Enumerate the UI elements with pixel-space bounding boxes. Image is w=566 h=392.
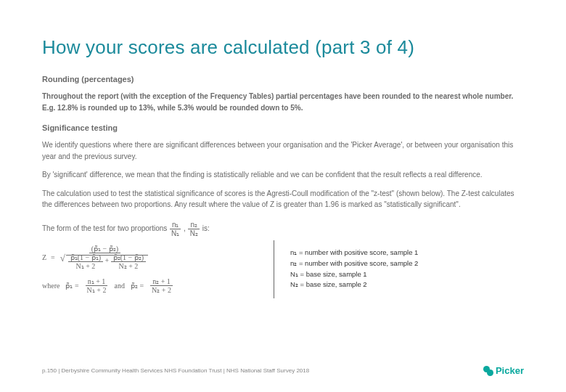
sqrt-expr: p̃₁(1 − p̃₁) N₁ + 2 + p̃₂(1 − p̃₂) N₂ + … [66, 255, 148, 264]
ratio-1-num: n₁ [170, 221, 181, 229]
picker-logo: Picker [483, 365, 524, 376]
ratio-2-num: n₂ [188, 221, 200, 229]
plus-sign: + [105, 256, 111, 264]
legend-n1: n₁ = number with positive score, sample … [290, 248, 418, 258]
z-denominator: p̃₁(1 − p̃₁) N₁ + 2 + p̃₂(1 − p̃₂) N₂ + … [60, 253, 150, 270]
picker-logo-icon [483, 366, 493, 376]
formula-intro-c: is: [202, 224, 210, 232]
den1a: p̃₁(1 − p̃₁) [68, 253, 103, 262]
p1-def: n₁ + 1 N₁ + 2 [85, 277, 109, 294]
p2-def: n₂ + 1 N₂ + 2 [149, 277, 173, 294]
footnote: p.150 | Derbyshire Community Health Serv… [42, 367, 309, 374]
ratio-2: n₂ N₂ [188, 221, 200, 237]
p2-def-den: N₂ + 2 [149, 286, 173, 294]
z-formula: Z = (p̃₁ − p̃₂) p̃₁(1 − p̃₁) N₁ + 2 + [42, 245, 264, 294]
legend-n2: n₂ = number with positive score, sample … [290, 258, 418, 269]
p2-def-num: n₂ + 1 [150, 277, 173, 286]
page-title: How your scores are calculated (part 3 o… [42, 36, 524, 59]
p1-def-num: n₁ + 1 [86, 277, 108, 286]
subhead-rounding: Rounding (percentages) [42, 75, 524, 83]
formula-legend: n₁ = number with positive score, sample … [274, 248, 418, 290]
legend-N2: N₂ = base size, sample 2 [290, 279, 418, 290]
equals-sign: = [51, 253, 55, 261]
legend-N1: N₁ = base size, sample 1 [290, 269, 418, 280]
where-label: where [42, 282, 60, 290]
formula-intro: The form of the test for two proportions… [42, 221, 524, 237]
formula-row: Z = (p̃₁ − p̃₂) p̃₁(1 − p̃₁) N₁ + 2 + [42, 245, 524, 294]
ratio-1: n₁ N₁ [169, 221, 181, 237]
subhead-significance: Significance testing [42, 123, 524, 132]
p1-def-den: N₁ + 2 [85, 286, 109, 294]
z-var: Z [42, 253, 46, 261]
formula-left: Z = (p̃₁ − p̃₂) p̃₁(1 − p̃₁) N₁ + 2 + [42, 245, 274, 294]
ratio-2-den: N₂ [188, 229, 200, 237]
para-sig-2: By 'significant' difference, we mean tha… [42, 169, 524, 181]
p2-sym: p̃₂ = [131, 282, 144, 290]
para-rounding-body: Throughout the report (with the exceptio… [42, 91, 524, 113]
den2a: p̃₂(1 − p̃₂) [111, 253, 146, 262]
para-sig-3: The calculation used to test the statist… [42, 188, 524, 211]
ratio-1-den: N₁ [169, 229, 181, 237]
den1b: N₁ + 2 [73, 262, 97, 270]
den-frac-1: p̃₁(1 − p̃₁) N₁ + 2 [68, 253, 103, 270]
p1-sym: p̃₁ = [65, 282, 78, 290]
where-line: where p̃₁ = n₁ + 1 N₁ + 2 and p̃₂ = n₂ +… [42, 277, 264, 294]
slide-body: How your scores are calculated (part 3 o… [0, 0, 566, 294]
formula-intro-a: The form of the test for two proportions [42, 224, 169, 232]
and-label: and [114, 282, 124, 290]
den-frac-2: p̃₂(1 − p̃₂) N₂ + 2 [111, 253, 146, 270]
den2b: N₂ + 2 [116, 262, 140, 270]
z-numerator: (p̃₁ − p̃₂) [89, 245, 120, 253]
z-frac: (p̃₁ − p̃₂) p̃₁(1 − p̃₁) N₁ + 2 + p̃₂(1 … [60, 245, 150, 270]
footer: p.150 | Derbyshire Community Health Serv… [42, 365, 524, 376]
picker-logo-text: Picker [496, 365, 524, 376]
para-sig-1: We identify questions where there are si… [42, 139, 524, 162]
